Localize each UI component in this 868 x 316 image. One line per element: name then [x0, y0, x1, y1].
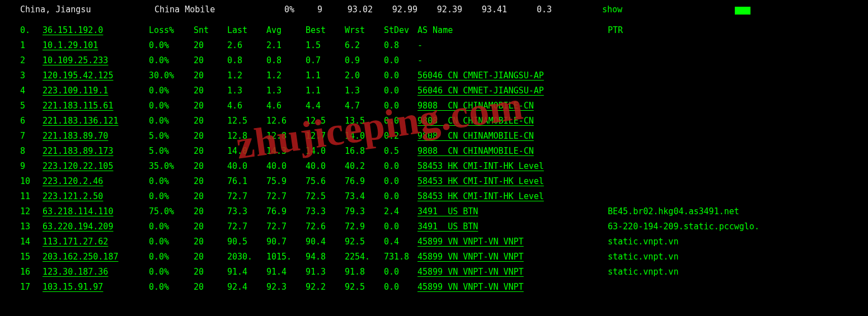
hop-wrst: 91.8 [345, 265, 384, 280]
hop-ip[interactable]: 221.183.89.173 [43, 144, 149, 159]
hop-index: 1 [20, 38, 43, 53]
hop-asname[interactable]: 45899 VN VNPT-VN VNPT [417, 249, 608, 265]
hop-snt: 20 [194, 144, 227, 159]
hop-avg: 14.3 [266, 144, 306, 159]
hop-index: 3 [20, 68, 43, 83]
hdr-wrst: Wrst [345, 23, 384, 38]
table-row: 16123.30.187.360.0%2091.491.491.391.80.0… [20, 265, 868, 280]
hop-asname[interactable]: 9808 CN CHINAMOBILE-CN [417, 144, 608, 159]
hop-loss: 0.0% [149, 249, 194, 265]
table-row: 6221.183.136.1210.0%2012.512.612.513.50.… [20, 114, 868, 129]
hop-asname[interactable]: 45899 VN VNPT-VN VNPT [417, 234, 608, 249]
table-row: 7221.183.89.705.0%2012.812.812.714.00.29… [20, 129, 868, 144]
hop-index: 13 [20, 219, 43, 234]
hop-last: 0.8 [227, 53, 266, 68]
hop-wrst: 6.2 [345, 38, 384, 53]
hop-asname[interactable]: 45899 VN VNPT-VN VNPT [417, 280, 608, 295]
hop-asname[interactable]: 9808 CN CHINAMOBILE-CN [417, 98, 608, 114]
hop-ip[interactable]: 10.1.29.101 [43, 38, 149, 53]
top-count: 9 [294, 2, 328, 17]
hop-loss: 0.0% [149, 174, 194, 189]
hop-snt: 20 [194, 159, 227, 174]
hop-stdev: 0.0 [384, 114, 417, 129]
hop-last: 90.5 [227, 234, 266, 249]
show-link[interactable]: show [602, 2, 622, 17]
hop-asname[interactable]: 56046 CN CMNET-JIANGSU-AP [417, 83, 608, 98]
hop-best: 1.1 [306, 68, 345, 83]
hop-loss: 75.0% [149, 204, 194, 219]
table-row: 17103.15.91.970.0%2092.492.392.292.50.04… [20, 280, 868, 295]
hop-avg: 1015. [266, 249, 306, 265]
hop-loss: 0.0% [149, 83, 194, 98]
table-row: 1263.218.114.11075.0%2073.376.973.379.32… [20, 204, 868, 219]
hop-best: 92.2 [306, 280, 345, 295]
hop-ip[interactable]: 120.195.42.125 [43, 68, 149, 83]
hop-index: 7 [20, 129, 43, 144]
hop-best: 40.0 [306, 159, 345, 174]
hop-asname[interactable]: 58453 HK CMI-INT-HK Level [417, 159, 608, 174]
top-m1: 93.02 [328, 2, 373, 17]
hop-wrst: 13.5 [345, 114, 384, 129]
hop-ip[interactable]: 221.183.89.70 [43, 129, 149, 144]
hop-last: 1.3 [227, 83, 266, 98]
hop-ip[interactable]: 63.220.194.209 [43, 219, 149, 234]
hop-avg: 40.0 [266, 159, 306, 174]
hop-asname[interactable]: 3491 US BTN [417, 204, 608, 219]
hop-asname[interactable]: 58453 HK CMI-INT-HK Level [417, 174, 608, 189]
hop-ip[interactable]: 221.183.115.61 [43, 98, 149, 114]
hop-ip[interactable]: 63.218.114.110 [43, 204, 149, 219]
hop-wrst: 4.7 [345, 98, 384, 114]
hop-ptr: BE45.br02.hkg04.as3491.net [608, 204, 739, 219]
hop-wrst: 2.0 [345, 68, 384, 83]
hop-index: 4 [20, 83, 43, 98]
hop-ip[interactable]: 10.109.25.233 [43, 53, 149, 68]
hop-ip[interactable]: 223.121.2.50 [43, 189, 149, 204]
hop-index: 6 [20, 114, 43, 129]
hop-best: 14.0 [306, 144, 345, 159]
hop-asname[interactable]: 58453 HK CMI-INT-HK Level [417, 189, 608, 204]
table-row: 15203.162.250.1870.0%202030.1015.94.8225… [20, 249, 868, 265]
hop-ip[interactable]: 223.120.22.105 [43, 159, 149, 174]
hop-loss: 0.0% [149, 219, 194, 234]
hop-asname[interactable]: 9808 CN CHINAMOBILE-CN [417, 114, 608, 129]
hop-ip[interactable]: 113.171.27.62 [43, 234, 149, 249]
hop-ip[interactable]: 221.183.136.121 [43, 114, 149, 129]
hop-snt: 20 [194, 249, 227, 265]
hop-ip[interactable]: 123.30.187.36 [43, 265, 149, 280]
hop-snt: 20 [194, 98, 227, 114]
hop-asname[interactable]: 9808 CN CHINAMOBILE-CN [417, 129, 608, 144]
hop-ip[interactable]: 103.15.91.97 [43, 280, 149, 295]
hop-ip[interactable]: 223.120.2.46 [43, 174, 149, 189]
hop-last: 72.7 [227, 189, 266, 204]
hop-stdev: 0.0 [384, 53, 417, 68]
hop-index: 2 [20, 53, 43, 68]
hop-loss: 0.0% [149, 53, 194, 68]
hop-index: 14 [20, 234, 43, 249]
hop-avg: 12.6 [266, 114, 306, 129]
hdr-asname: AS Name [417, 23, 608, 38]
hop-best: 75.6 [306, 174, 345, 189]
hop-avg: 90.7 [266, 234, 306, 249]
hop-snt: 20 [194, 68, 227, 83]
hop-ip[interactable]: 223.109.119.1 [43, 83, 149, 98]
hop-asname[interactable]: 45899 VN VNPT-VN VNPT [417, 265, 608, 280]
hop-avg: 75.9 [266, 174, 306, 189]
hop-best: 0.7 [306, 53, 345, 68]
hop-stdev: 0.0 [384, 280, 417, 295]
hop-asname[interactable]: 56046 CN CMNET-JIANGSU-AP [417, 68, 608, 83]
hop-asname[interactable]: 3491 US BTN [417, 219, 608, 234]
hop-wrst: 73.4 [345, 189, 384, 204]
hop-last: 12.5 [227, 114, 266, 129]
hop-ptr: static.vnpt.vn [608, 265, 678, 280]
top-m2: 92.99 [373, 2, 417, 17]
table-row: 1363.220.194.2090.0%2072.772.772.672.90.… [20, 219, 868, 234]
hdr-ip[interactable]: 36.151.192.0 [43, 23, 149, 38]
top-m3: 92.39 [417, 2, 462, 17]
hop-best: 90.4 [306, 234, 345, 249]
hop-stdev: 731.8 [384, 249, 417, 265]
hop-snt: 20 [194, 38, 227, 53]
hop-ip[interactable]: 203.162.250.187 [43, 249, 149, 265]
hop-wrst: 79.3 [345, 204, 384, 219]
hop-index: 15 [20, 249, 43, 265]
hop-index: 10 [20, 174, 43, 189]
